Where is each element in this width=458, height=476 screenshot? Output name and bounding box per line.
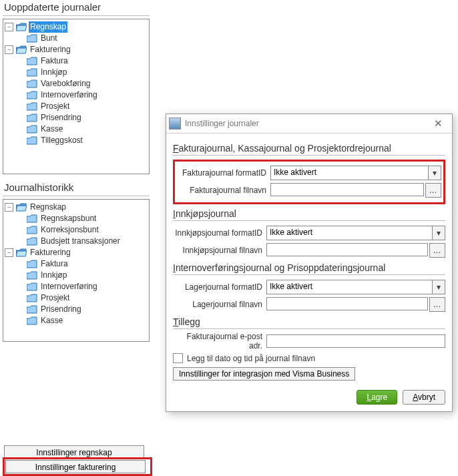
folder-icon [27,68,37,77]
tree-leaf[interactable]: Innkjøp [15,270,148,281]
folder-open-icon [16,23,27,31]
highlighted-section: Fakturajournal formatID ▾ Fakturajournal… [173,160,445,204]
folder-icon [27,34,37,43]
append-datetime-checkbox[interactable] [173,353,183,363]
dialog-title: Innstillinger journaler [185,119,427,128]
dialog-innstillinger-journaler: Innstillinger journaler ✕ Fakturajournal… [166,113,453,412]
tree-leaf[interactable]: Innkjøp [15,67,148,78]
fakturajournal-epost-input[interactable] [266,334,445,348]
label: Innkjøpsjournal filnavn [173,246,266,255]
label: Lagerjournal filnavn [173,300,266,309]
label: Fakturajournal filnavn [177,186,270,195]
tree-leaf[interactable]: Prosjekt [15,292,148,304]
tree-leaf[interactable]: Prosjekt [15,101,148,112]
combo-input[interactable] [267,226,432,238]
tree-uoppdaterte[interactable]: − Regnskap Bunt − Fakturering Faktura In… [3,19,150,174]
lagerjournal-formatid-combo[interactable]: ▾ [266,280,445,294]
cancel-button[interactable]: Avbryt [403,390,445,405]
folder-icon [27,57,37,65]
tree-node-fakturering[interactable]: − Fakturering [5,247,148,258]
folder-open-icon [16,45,27,54]
dialog-titlebar[interactable]: Innstillinger journaler ✕ [166,114,452,134]
tree-leaf[interactable]: Faktura [15,55,148,67]
folder-icon [27,282,37,291]
folder-icon [27,271,37,280]
tree-leaf[interactable]: Regnskapsbunt [15,213,148,224]
lagerjournal-filnavn-input[interactable] [266,297,428,310]
tree-leaf[interactable]: Kasse [15,315,148,326]
folder-open-icon [16,203,27,212]
tree-leaf[interactable]: Tilleggskost [15,135,148,146]
tree-historikk[interactable]: − Regnskap Regnskapsbunt Korreksjonsbunt… [3,199,150,342]
collapse-icon[interactable]: − [5,45,13,54]
folder-icon [27,102,37,111]
tree-leaf[interactable]: Faktura [15,258,148,270]
panel-title: Journalhistorikk [4,182,150,193]
folder-icon [27,260,37,268]
section-heading: Innkjøpsjournal [173,208,445,219]
tree-leaf[interactable]: Varebokføring [15,78,148,89]
chevron-down-icon[interactable]: ▾ [428,166,441,180]
section-heading: Fakturajournal, Kassajournal og Prosjekt… [173,143,445,154]
browse-button[interactable]: … [425,183,441,198]
folder-icon [27,294,37,302]
label: Fakturajournal formatID [177,168,270,178]
combo-input[interactable] [271,166,428,178]
folder-icon [27,125,37,134]
close-icon[interactable]: ✕ [427,117,449,130]
folder-icon [27,226,37,234]
browse-button[interactable]: … [429,297,445,312]
app-icon [169,117,181,130]
label: Fakturajournal e-post adr. [173,332,266,350]
innkjopsjournal-filnavn-input[interactable] [266,243,428,256]
tree-leaf[interactable]: Prisendring [15,304,148,315]
tree-node-regnskap[interactable]: − Regnskap [5,202,148,213]
combo-input[interactable] [267,280,432,292]
tree-leaf[interactable]: Internoverføring [15,89,148,101]
collapse-icon[interactable]: − [5,203,13,212]
innkjopsjournal-formatid-combo[interactable]: ▾ [266,226,445,240]
tree-leaf[interactable]: Prisendring [15,112,148,124]
fakturajournal-formatid-combo[interactable]: ▾ [270,166,441,180]
folder-icon [27,136,37,145]
folder-open-icon [16,248,27,257]
settings-fakturering-button[interactable]: Innstillinger fakturering [5,460,146,473]
folder-icon [27,113,37,122]
fakturajournal-filnavn-input[interactable] [270,183,424,196]
section-heading: Internoverføringsjournal og Prisoppdater… [173,262,445,273]
tree-node-fakturering[interactable]: − Fakturering [5,44,148,55]
tree-leaf[interactable]: Internoverføring [15,281,148,292]
chevron-down-icon[interactable]: ▾ [432,226,445,240]
folder-icon [27,237,37,246]
chevron-down-icon[interactable]: ▾ [432,280,445,294]
visma-integration-button[interactable]: Innstillinger for integrasjon med Visma … [173,367,355,381]
save-button[interactable]: Lagre [357,390,397,405]
section-heading: Tillegg [173,316,445,327]
collapse-icon[interactable]: − [5,248,13,257]
folder-icon [27,214,37,223]
folder-icon [27,79,37,88]
browse-button[interactable]: … [429,243,445,258]
folder-icon [27,305,37,314]
panel-title: Uoppdaterte journaler [4,1,150,13]
tree-leaf[interactable]: Bunt [15,33,148,44]
settings-regnskap-button[interactable]: Innstillinger regnskap [4,445,144,459]
label: Lagerjournal formatID [173,282,266,292]
tree-node-regnskap[interactable]: − Regnskap [5,21,148,33]
folder-icon [27,91,37,99]
tree-leaf[interactable]: Kasse [15,124,148,135]
tree-leaf[interactable]: Budsjett transaksjoner [15,236,148,247]
collapse-icon[interactable]: − [5,23,13,31]
folder-icon [27,316,37,325]
checkbox-label: Legg til dato og tid på journal filnavn [187,354,315,363]
tree-leaf[interactable]: Korreksjonsbunt [15,224,148,236]
label: Innkjøpsjournal formatID [173,228,266,238]
